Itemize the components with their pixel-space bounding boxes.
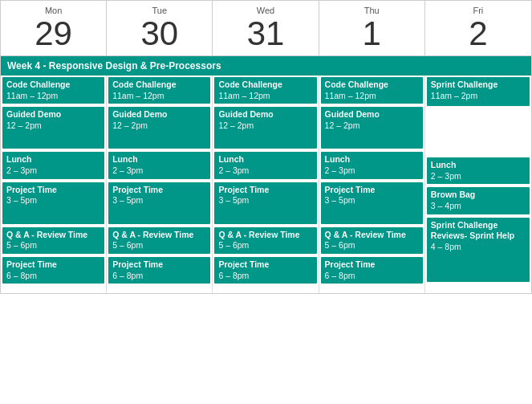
event-wed-2[interactable]: Guided Demo 12 – 2pm bbox=[214, 107, 316, 149]
day-column-tue: Code Challenge 11am – 12pm Guided Demo 1… bbox=[107, 75, 213, 293]
day-header-thu: Thu 1 bbox=[319, 1, 425, 55]
event-tue-4[interactable]: Project Time 3 – 5pm bbox=[108, 182, 210, 224]
day-column-thu: Code Challenge 11am – 12pm Guided Demo 1… bbox=[319, 75, 425, 293]
day-header-wed: Wed 31 bbox=[213, 1, 319, 55]
event-mon-5[interactable]: Q & A - Review Time 5 – 6pm bbox=[2, 227, 104, 254]
event-wed-6[interactable]: Project Time 6 – 8pm bbox=[214, 257, 316, 284]
calendar: Mon 29 Tue 30 Wed 31 Thu 1 Fri 2 Week 4 … bbox=[0, 0, 532, 294]
day-number-thu: 1 bbox=[323, 15, 421, 52]
event-wed-1[interactable]: Code Challenge 11am – 12pm bbox=[214, 77, 316, 104]
event-mon-1[interactable]: Code Challenge 11am – 12pm bbox=[2, 77, 104, 104]
event-thu-2[interactable]: Guided Demo 12 – 2pm bbox=[321, 107, 423, 149]
day-number-tue: 30 bbox=[110, 15, 209, 52]
event-thu-6[interactable]: Project Time 6 – 8pm bbox=[321, 257, 423, 284]
day-number-fri: 2 bbox=[428, 15, 528, 52]
event-tue-3[interactable]: Lunch 2 – 3pm bbox=[108, 152, 210, 178]
event-tue-5[interactable]: Q & A - Review Time 5 – 6pm bbox=[108, 227, 210, 254]
fri-gap-1 bbox=[425, 108, 531, 156]
event-fri-4[interactable]: Sprint Challenge Reviews- Sprint Help 4 … bbox=[427, 218, 530, 282]
event-wed-4[interactable]: Project Time 3 – 5pm bbox=[214, 182, 316, 224]
event-mon-3[interactable]: Lunch 2 – 3pm bbox=[2, 152, 104, 178]
event-thu-4[interactable]: Project Time 3 – 5pm bbox=[321, 182, 423, 224]
event-tue-2[interactable]: Guided Demo 12 – 2pm bbox=[108, 107, 210, 149]
event-tue-1[interactable]: Code Challenge 11am – 12pm bbox=[108, 77, 210, 104]
day-number-wed: 31 bbox=[216, 15, 315, 52]
event-thu-5[interactable]: Q & A - Review Time 5 – 6pm bbox=[321, 227, 423, 254]
event-fri-1[interactable]: Sprint Challenge 11am – 2pm bbox=[427, 77, 530, 106]
event-wed-3[interactable]: Lunch 2 – 3pm bbox=[214, 152, 316, 178]
event-mon-2[interactable]: Guided Demo 12 – 2pm bbox=[2, 107, 104, 149]
week-label: Week 4 - Responsive Design & Pre-Process… bbox=[1, 56, 531, 75]
event-fri-3[interactable]: Brown Bag 3 – 4pm bbox=[427, 187, 530, 214]
event-tue-6[interactable]: Project Time 6 – 8pm bbox=[108, 257, 210, 284]
event-mon-4[interactable]: Project Time 3 – 5pm bbox=[2, 182, 104, 224]
event-thu-1[interactable]: Code Challenge 11am – 12pm bbox=[321, 77, 423, 104]
day-header-mon: Mon 29 bbox=[1, 1, 107, 55]
day-number-mon: 29 bbox=[4, 15, 103, 52]
day-header-fri: Fri 2 bbox=[425, 1, 531, 55]
day-column-wed: Code Challenge 11am – 12pm Guided Demo 1… bbox=[213, 75, 319, 293]
day-header-tue: Tue 30 bbox=[107, 1, 213, 55]
day-column-fri: Sprint Challenge 11am – 2pm Lunch 2 – 3p… bbox=[425, 75, 531, 293]
events-grid: Code Challenge 11am – 12pm Guided Demo 1… bbox=[1, 75, 531, 293]
event-mon-6[interactable]: Project Time 6 – 8pm bbox=[2, 257, 104, 284]
event-fri-2[interactable]: Lunch 2 – 3pm bbox=[427, 157, 530, 184]
day-headers-row: Mon 29 Tue 30 Wed 31 Thu 1 Fri 2 bbox=[1, 1, 531, 56]
event-wed-5[interactable]: Q & A - Review Time 5 – 6pm bbox=[214, 227, 316, 254]
event-thu-3[interactable]: Lunch 2 – 3pm bbox=[321, 152, 423, 178]
day-column-mon: Code Challenge 11am – 12pm Guided Demo 1… bbox=[1, 75, 107, 293]
